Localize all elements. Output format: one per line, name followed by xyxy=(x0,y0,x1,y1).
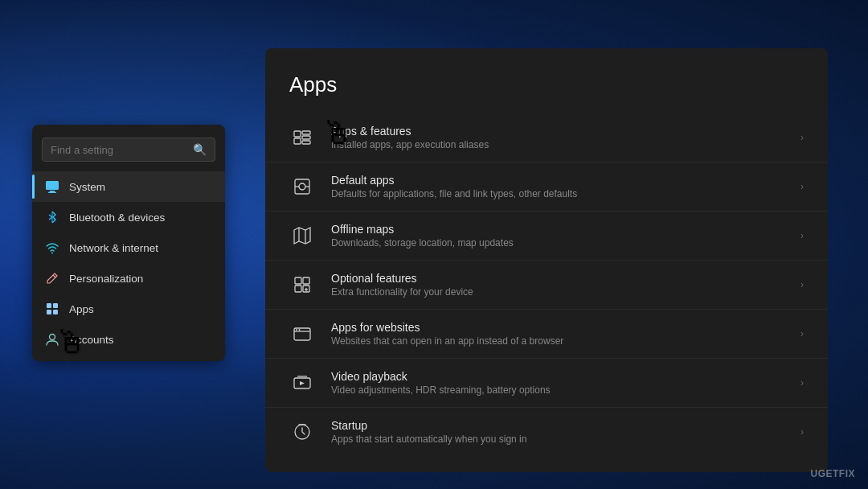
svg-rect-0 xyxy=(46,181,59,190)
sidebar-item-network-label: Network & internet xyxy=(69,242,158,254)
svg-point-5 xyxy=(51,253,53,254)
offline-maps-arrow: › xyxy=(800,230,804,241)
svg-rect-7 xyxy=(47,303,51,308)
svg-rect-25 xyxy=(303,277,309,284)
settings-item-apps-websites[interactable]: Apps for websites Websites that can open… xyxy=(265,310,828,359)
default-apps-arrow: › xyxy=(800,181,804,192)
offline-maps-title: Offline maps xyxy=(331,223,784,236)
svg-point-18 xyxy=(299,183,305,190)
svg-rect-14 xyxy=(302,136,310,139)
apps-icon xyxy=(45,302,59,316)
wifi-icon xyxy=(45,240,59,255)
settings-item-optional-features[interactable]: Optional features Extra functionality fo… xyxy=(265,261,828,310)
svg-rect-10 xyxy=(53,310,58,314)
apps-features-icon xyxy=(289,125,315,150)
startup-arrow: › xyxy=(800,426,804,438)
settings-list: Apps & features Installed apps, app exec… xyxy=(265,113,828,456)
sidebar-item-personalization[interactable]: Personalization xyxy=(32,263,225,294)
sidebar-item-apps-label: Apps xyxy=(69,303,94,315)
apps-features-desc: Installed apps, app execution aliases xyxy=(331,139,784,150)
svg-line-4 xyxy=(49,217,52,220)
apps-features-arrow: › xyxy=(800,132,804,143)
svg-rect-12 xyxy=(294,131,301,137)
svg-rect-8 xyxy=(53,303,58,308)
svg-marker-21 xyxy=(294,228,310,244)
svg-rect-9 xyxy=(47,310,51,314)
apps-websites-title: Apps for websites xyxy=(331,321,784,334)
video-playback-text: Video playback Video adjustments, HDR st… xyxy=(331,370,784,396)
startup-desc: Apps that start automatically when you s… xyxy=(331,434,784,445)
system-icon xyxy=(45,179,59,194)
watermark: UGETFIX xyxy=(810,468,855,479)
apps-features-text: Apps & features Installed apps, app exec… xyxy=(331,125,784,150)
optional-features-text: Optional features Extra functionality fo… xyxy=(331,272,784,298)
svg-rect-26 xyxy=(295,286,301,292)
default-apps-title: Default apps xyxy=(331,174,784,187)
offline-maps-desc: Downloads, storage location, map updates xyxy=(331,237,784,249)
default-apps-desc: Defaults for applications, file and link… xyxy=(331,188,784,199)
settings-item-offline-maps[interactable]: Offline maps Downloads, storage location… xyxy=(265,212,828,261)
apps-websites-arrow: › xyxy=(800,328,804,339)
svg-rect-15 xyxy=(294,138,301,144)
offline-maps-icon xyxy=(289,223,315,249)
pencil-icon xyxy=(45,271,59,286)
startup-icon xyxy=(289,419,315,445)
settings-item-startup[interactable]: Startup Apps that start automatically wh… xyxy=(265,408,828,456)
accounts-icon xyxy=(45,332,59,347)
settings-item-default-apps[interactable]: Default apps Defaults for applications, … xyxy=(265,162,828,212)
sidebar-item-accounts-label: Accounts xyxy=(69,334,114,346)
sidebar-item-apps[interactable]: Apps xyxy=(32,294,225,324)
svg-rect-16 xyxy=(302,141,310,144)
search-icon: 🔍 xyxy=(193,143,207,156)
svg-rect-24 xyxy=(295,277,301,284)
apps-websites-desc: Websites that can open in an app instead… xyxy=(331,335,784,347)
settings-item-video-playback[interactable]: Video playback Video adjustments, HDR st… xyxy=(265,359,828,408)
sidebar-item-bluetooth[interactable]: Bluetooth & devices xyxy=(32,202,225,232)
video-playback-desc: Video adjustments, HDR streaming, batter… xyxy=(331,384,784,396)
optional-features-arrow: › xyxy=(800,279,804,290)
offline-maps-text: Offline maps Downloads, storage location… xyxy=(331,223,784,249)
sidebar-item-accounts[interactable]: Accounts xyxy=(32,324,225,355)
sidebar-item-personalization-label: Personalization xyxy=(69,273,143,285)
svg-point-11 xyxy=(50,335,55,340)
sidebar-item-system-label: System xyxy=(69,181,105,193)
default-apps-text: Default apps Defaults for applications, … xyxy=(331,174,784,199)
search-box[interactable]: 🔍 xyxy=(42,138,215,162)
bluetooth-icon xyxy=(45,210,59,224)
video-playback-icon xyxy=(289,370,315,396)
video-playback-arrow: › xyxy=(800,377,804,388)
apps-websites-icon xyxy=(289,321,315,347)
sidebar-item-system[interactable]: System xyxy=(32,171,225,202)
svg-rect-2 xyxy=(48,192,56,194)
svg-point-33 xyxy=(299,329,301,331)
svg-rect-13 xyxy=(302,131,310,134)
svg-marker-35 xyxy=(300,381,305,385)
default-apps-icon xyxy=(289,174,315,199)
apps-features-title: Apps & features xyxy=(331,125,784,138)
video-playback-title: Video playback xyxy=(331,370,784,383)
search-input[interactable] xyxy=(51,144,186,156)
settings-item-apps-features[interactable]: Apps & features Installed apps, app exec… xyxy=(265,113,828,162)
optional-features-desc: Extra functionality for your device xyxy=(331,286,784,298)
sidebar-item-network[interactable]: Network & internet xyxy=(32,232,225,263)
sidebar-item-bluetooth-label: Bluetooth & devices xyxy=(69,212,165,224)
apps-websites-text: Apps for websites Websites that can open… xyxy=(331,321,784,347)
optional-features-title: Optional features xyxy=(331,272,784,285)
main-panel: Apps Apps & features Installed apps, app… xyxy=(265,48,828,472)
svg-line-6 xyxy=(53,275,55,277)
startup-text: Startup Apps that start automatically wh… xyxy=(331,419,784,445)
optional-features-icon xyxy=(289,272,315,298)
svg-point-32 xyxy=(296,329,297,331)
page-title: Apps xyxy=(265,72,828,113)
sidebar: 🔍 System Bluetooth & devices xyxy=(32,125,225,361)
startup-title: Startup xyxy=(331,419,784,432)
